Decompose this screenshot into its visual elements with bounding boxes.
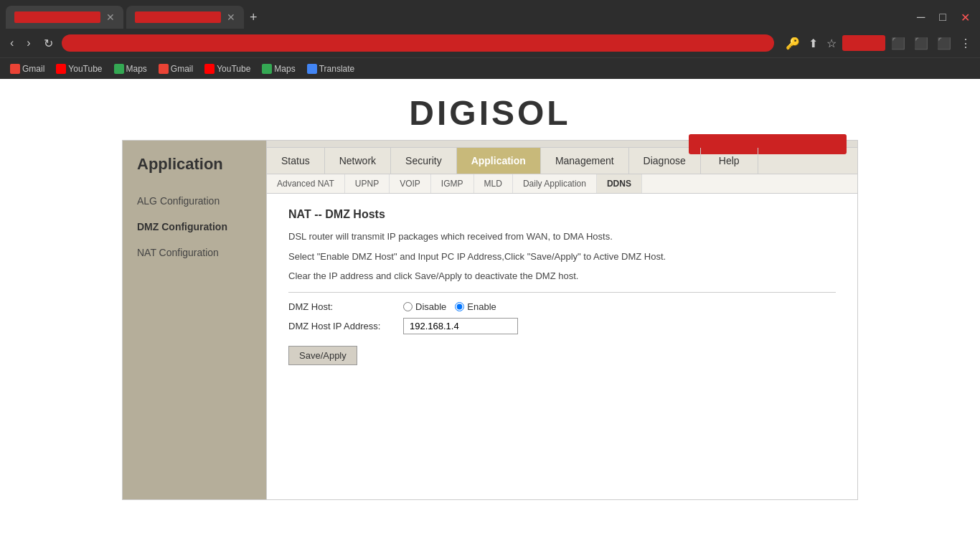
dmz-ip-label: DMZ Host IP Address:	[288, 321, 403, 331]
sub-tabs: Advanced NAT UPNP VOIP IGMP MLD Daily Ap…	[267, 174, 857, 194]
tab-2[interactable]: ✕	[126, 6, 244, 29]
tab-security[interactable]: Security	[391, 148, 457, 174]
profile-button[interactable]	[842, 35, 885, 51]
tab-bar: ✕ ✕ + ─ □ ✕	[0, 0, 980, 29]
address-bar[interactable]	[62, 34, 774, 52]
star-icon[interactable]: ☆	[824, 34, 839, 53]
subtab-daily-app[interactable]: Daily Application	[513, 174, 597, 193]
router-ui: Application ALG Configuration DMZ Config…	[122, 140, 858, 500]
bookmark-maps1-label: Maps	[126, 64, 147, 74]
settings-icon[interactable]: ⋮	[957, 34, 974, 53]
sidebar-item-dmz[interactable]: DMZ Configuration	[123, 214, 266, 240]
page: DIGISOL Application ALG Configuration DM…	[0, 79, 980, 551]
dmz-ip-input[interactable]	[403, 318, 518, 334]
bookmark-gmail2-label: Gmail	[171, 64, 193, 74]
bookmark-maps2-label: Maps	[274, 64, 295, 74]
content-desc2: Select "Enable DMZ Host" and Input PC IP…	[288, 250, 836, 264]
content-title: NAT -- DMZ Hosts	[288, 208, 836, 221]
toolbar-icons: 🔑 ⬆ ☆ ⬛ ⬛ ⬛ ⋮	[783, 34, 974, 53]
window-controls: ─ □ ✕	[913, 11, 974, 24]
main-content: Status Network Security Application Mana…	[266, 141, 857, 499]
top-banner	[267, 141, 857, 148]
address-bar-row: ‹ › ↻ 🔑 ⬆ ☆ ⬛ ⬛ ⬛ ⋮	[0, 29, 980, 57]
bookmark-youtube2-label: YouTube	[217, 64, 250, 74]
subtab-upnp[interactable]: UPNP	[345, 174, 390, 193]
youtube-icon-2	[204, 64, 215, 74]
gmail-icon	[10, 64, 20, 74]
tab-1-title	[14, 11, 100, 23]
extensions-icon[interactable]: ⬛	[911, 34, 931, 53]
bookmark-gmail1[interactable]: Gmail	[6, 62, 49, 75]
content-desc3: Clear the IP address and click Save/Appl…	[288, 269, 836, 283]
gmail-icon-2	[159, 64, 169, 74]
back-button[interactable]: ‹	[6, 35, 18, 51]
youtube-icon	[56, 64, 66, 74]
dmz-disable-option[interactable]: Disable	[403, 301, 446, 312]
tab-2-close[interactable]: ✕	[227, 11, 235, 23]
content-area: NAT -- DMZ Hosts DSL router will transmi…	[267, 194, 857, 380]
bookmark-youtube1[interactable]: YouTube	[52, 62, 106, 75]
bookmarks-bar: Gmail YouTube Maps Gmail YouTube Maps Tr…	[0, 57, 980, 79]
maps-icon	[114, 64, 124, 74]
minimize-button[interactable]: ─	[913, 11, 929, 24]
subtab-igmp[interactable]: IGMP	[431, 174, 474, 193]
bookmark-maps2[interactable]: Maps	[258, 62, 299, 75]
dmz-enable-option[interactable]: Enable	[455, 301, 496, 312]
new-tab-button[interactable]: +	[244, 10, 263, 25]
browser-chrome: ✕ ✕ + ─ □ ✕ ‹ › ↻ 🔑 ⬆ ☆ ⬛ ⬛ ⬛ ⋮	[0, 0, 980, 79]
digisol-header: DIGISOL	[0, 79, 980, 140]
tab-application[interactable]: Application	[457, 148, 541, 174]
tab-1-close[interactable]: ✕	[106, 11, 115, 23]
tab-help[interactable]: Help	[701, 148, 758, 174]
tab-diagnose[interactable]: Diagnose	[629, 148, 701, 174]
sidebar-item-alg[interactable]: ALG Configuration	[123, 188, 266, 214]
subtab-mld[interactable]: MLD	[474, 174, 513, 193]
save-apply-button[interactable]: Save/Apply	[288, 346, 357, 365]
translate-icon	[307, 64, 317, 74]
close-button[interactable]: ✕	[956, 11, 974, 24]
tab-2-title	[135, 11, 221, 23]
sidebar-item-nat[interactable]: NAT Configuration	[123, 240, 266, 265]
forward-button[interactable]: ›	[22, 35, 34, 51]
dmz-enable-radio[interactable]	[455, 302, 464, 311]
bookmark-youtube2[interactable]: YouTube	[200, 62, 255, 75]
dmz-enable-label: Enable	[467, 301, 496, 312]
extension-puzzle-icon[interactable]: ⬛	[888, 34, 908, 53]
reload-button[interactable]: ↻	[39, 35, 57, 52]
dmz-host-radio-group: Disable Enable	[403, 301, 496, 312]
bookmark-gmail1-label: Gmail	[22, 64, 44, 74]
maximize-button[interactable]: □	[935, 11, 951, 24]
bookmark-translate[interactable]: Translate	[303, 62, 359, 75]
dmz-host-row: DMZ Host: Disable Enable	[288, 301, 836, 312]
profile-icon[interactable]: ⬛	[934, 34, 954, 53]
tab-status[interactable]: Status	[267, 148, 325, 174]
sidebar: Application ALG Configuration DMZ Config…	[123, 141, 266, 499]
digisol-logo: DIGISOL	[0, 93, 980, 133]
bookmark-translate-label: Translate	[319, 64, 355, 74]
tab-network[interactable]: Network	[325, 148, 391, 174]
bookmark-youtube1-label: YouTube	[68, 64, 102, 74]
dmz-disable-label: Disable	[415, 301, 446, 312]
dmz-ip-row: DMZ Host IP Address:	[288, 318, 836, 334]
maps-icon-2	[262, 64, 272, 74]
subtab-ddns[interactable]: DDNS	[597, 174, 642, 193]
dmz-disable-radio[interactable]	[403, 302, 413, 311]
sidebar-title: Application	[123, 148, 266, 188]
tab-management[interactable]: Management	[541, 148, 629, 174]
bookmark-gmail2[interactable]: Gmail	[154, 62, 197, 75]
content-divider	[288, 292, 836, 293]
tab-1[interactable]: ✕	[6, 6, 123, 29]
subtab-advanced-nat[interactable]: Advanced NAT	[267, 174, 345, 193]
dmz-host-label: DMZ Host:	[288, 301, 403, 312]
key-icon[interactable]: 🔑	[783, 34, 803, 53]
content-desc1: DSL router will transmit IP packages whi…	[288, 230, 836, 244]
subtab-voip[interactable]: VOIP	[390, 174, 431, 193]
share-icon[interactable]: ⬆	[806, 34, 821, 53]
bookmark-maps1[interactable]: Maps	[110, 62, 151, 75]
